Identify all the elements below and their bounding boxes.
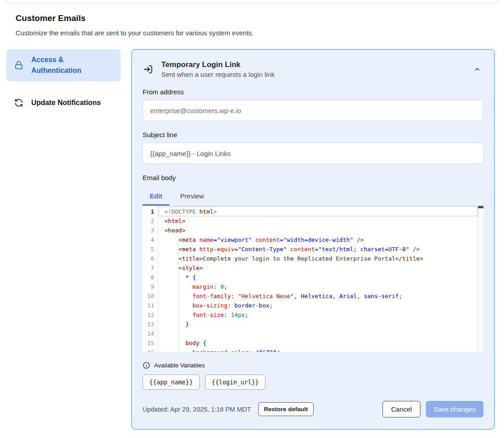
line-number: 5 xyxy=(143,244,158,254)
code-line-content xyxy=(158,329,483,338)
sidebar-item-label: Update Notifications xyxy=(31,97,101,108)
email-body-tabs: EditPreview xyxy=(143,188,483,206)
restore-default-button[interactable]: Restore default xyxy=(258,402,314,416)
settings-panel: Temporary Login Link Sent when a user re… xyxy=(131,49,495,430)
code-line: 14 xyxy=(143,329,483,338)
line-number: 11 xyxy=(143,301,158,310)
code-line-content: } xyxy=(158,320,483,329)
code-line: 9 margin: 0; xyxy=(143,282,483,291)
variable-chip[interactable]: {{app_name}} xyxy=(143,375,200,390)
code-line: 5 <meta http-equiv="Content-Type" conten… xyxy=(143,244,483,254)
line-number: 14 xyxy=(143,329,158,338)
code-line: 7 <style> xyxy=(143,263,483,273)
info-icon xyxy=(143,362,150,369)
code-line: 4 <meta name="viewport" content="width=d… xyxy=(143,235,483,244)
code-line-content: <!DOCTYPE html> xyxy=(158,207,483,216)
code-line-content: <html> xyxy=(158,216,483,226)
sidebar-item-update-notifications[interactable]: Update Notifications xyxy=(6,92,121,114)
line-number: 9 xyxy=(143,282,158,291)
save-changes-button[interactable]: Save changes xyxy=(426,401,483,417)
login-icon xyxy=(143,63,154,75)
code-line-content: margin: 0; xyxy=(158,282,483,291)
line-number: 2 xyxy=(143,216,158,226)
code-line-content: <title>Complete your login to the Replic… xyxy=(158,254,483,263)
code-line-content: * { xyxy=(158,273,483,282)
panel-header: Temporary Login Link Sent when a user re… xyxy=(143,60,483,78)
lock-icon xyxy=(13,60,24,71)
code-line-content: box-sizing: border-box; xyxy=(158,301,483,310)
code-line: 12 font-size: 14px; xyxy=(143,310,483,320)
code-line-content: <head> xyxy=(158,226,483,235)
available-variables-label: Available Variables xyxy=(154,362,205,369)
page-header: Customer Emails Customize the emails tha… xyxy=(0,0,504,37)
line-number: 1 xyxy=(143,207,158,216)
email-body-label: Email body xyxy=(143,174,483,181)
subject-line-label: Subject line xyxy=(143,131,483,139)
refresh-icon xyxy=(13,97,24,108)
page-subtitle: Customize the emails that are sent to yo… xyxy=(16,29,488,37)
line-number: 16 xyxy=(143,348,158,352)
code-line: 1<!DOCTYPE html> xyxy=(143,207,483,216)
line-number: 3 xyxy=(143,226,158,235)
line-number: 7 xyxy=(143,263,158,273)
line-number: 13 xyxy=(143,320,158,329)
code-line-content: <meta http-equiv="Content-Type" content=… xyxy=(158,244,483,254)
sidebar-item-access-authentication[interactable]: Access & Authentication xyxy=(6,49,121,81)
tab-edit[interactable]: Edit xyxy=(143,188,169,206)
code-line: 2<html> xyxy=(143,216,483,226)
collapse-button[interactable] xyxy=(471,63,483,76)
line-number: 6 xyxy=(143,254,158,263)
code-line-content: font-family: "Helvetica Neue", Helvetica… xyxy=(158,291,483,301)
code-line-content: body { xyxy=(158,338,483,348)
editor-scrollbar[interactable] xyxy=(478,206,483,352)
code-line-content: font-size: 14px; xyxy=(158,310,483,320)
line-number: 15 xyxy=(143,338,158,348)
code-line: 11 box-sizing: border-box; xyxy=(143,301,483,310)
updated-timestamp: Updated: Apr 29, 2025, 1:18 PM MDT xyxy=(143,406,251,413)
code-editor[interactable]: 1<!DOCTYPE html>2<html>3<head>4 <meta na… xyxy=(143,206,483,352)
code-line-content: background-color: #f6f9fc; xyxy=(158,348,483,352)
code-line: 16 background-color: #f6f9fc; xyxy=(143,348,483,352)
code-line: 6 <title>Complete your login to the Repl… xyxy=(143,254,483,263)
editor-scrollbar-thumb[interactable] xyxy=(478,206,483,208)
line-number: 12 xyxy=(143,310,158,320)
code-line: 10 font-family: "Helvetica Neue", Helvet… xyxy=(143,291,483,301)
code-line: 3<head> xyxy=(143,226,483,235)
line-number: 8 xyxy=(143,273,158,282)
indent-guide xyxy=(178,235,179,352)
cancel-button[interactable]: Cancel xyxy=(382,401,420,417)
line-number: 10 xyxy=(143,291,158,301)
code-line: 13 } xyxy=(143,320,483,329)
sidebar: Access & AuthenticationUpdate Notificati… xyxy=(6,49,121,114)
code-line-content: <style> xyxy=(158,263,483,273)
sidebar-item-label: Access & Authentication xyxy=(31,55,113,76)
code-line: 15 body { xyxy=(143,338,483,348)
subject-line-input[interactable] xyxy=(143,143,483,164)
tab-preview[interactable]: Preview xyxy=(173,188,211,206)
from-address-label: From address xyxy=(143,88,483,96)
from-address-input[interactable] xyxy=(143,100,483,121)
code-line-content: <meta name="viewport" content="width=dev… xyxy=(158,235,483,244)
code-line: 8 * { xyxy=(143,273,483,282)
top-card-edge xyxy=(4,0,500,4)
panel-subtitle: Sent when a user requests a login link xyxy=(161,71,274,78)
chevron-up-icon xyxy=(474,66,481,73)
variable-chip[interactable]: {{login_url}} xyxy=(205,375,266,390)
line-number: 4 xyxy=(143,235,158,244)
panel-title: Temporary Login Link xyxy=(161,60,274,69)
page-title: Customer Emails xyxy=(16,13,488,23)
